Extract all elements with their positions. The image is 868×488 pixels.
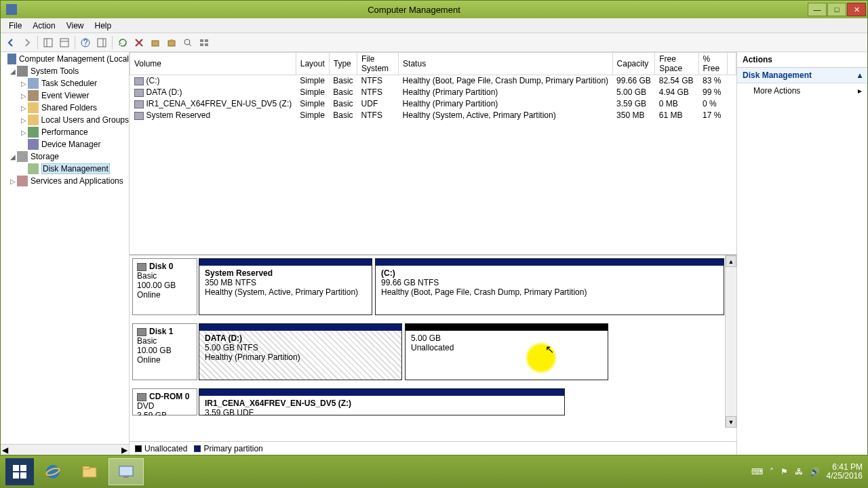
col-fs[interactable]: File System [357, 53, 399, 75]
toolbar: ? [1, 33, 867, 52]
toolbar-icon-4[interactable] [197, 35, 212, 50]
device-icon [28, 139, 39, 150]
svg-rect-14 [200, 43, 203, 46]
col-layout[interactable]: Layout [296, 53, 329, 75]
toolbar-icon-3[interactable] [180, 35, 195, 50]
close-button[interactable]: ✕ [847, 3, 866, 16]
volume-row[interactable]: DATA (D:)SimpleBasicNTFSHealthy (Primary… [130, 87, 736, 98]
start-button[interactable] [5, 458, 34, 485]
col-pfree[interactable]: % Free [698, 53, 727, 75]
volume-row[interactable]: System ReservedSimpleBasicNTFSHealthy (S… [130, 110, 736, 121]
partition-system-reserved[interactable]: System Reserved 350 MB NTFS Healthy (Sys… [199, 258, 372, 315]
menu-help[interactable]: Help [90, 20, 117, 32]
tree-event-viewer[interactable]: Event Viewer [41, 91, 89, 100]
volume-row[interactable]: (C:)SimpleBasicNTFSHealthy (Boot, Page F… [130, 75, 736, 87]
system-tray[interactable]: ⌨ ˄ ⚑ 🖧 🔊 6:41 PM4/25/2016 [751, 463, 863, 481]
svg-rect-2 [60, 39, 68, 47]
svg-rect-19 [20, 472, 26, 479]
refresh-icon[interactable] [115, 35, 130, 50]
computer-icon [7, 54, 16, 64]
diskmap-vscroll[interactable]: ▲▼ [725, 256, 736, 428]
menu-action[interactable]: Action [27, 20, 60, 32]
volume-row[interactable]: IR1_CENA_X64FREV_EN-US_DV5 (Z:)SimpleBas… [130, 98, 736, 110]
expand-icon[interactable]: ▷ [9, 178, 17, 185]
expand-icon[interactable]: ◢ [9, 153, 17, 161]
folder-icon [28, 102, 39, 113]
chevron-right-icon: ▸ [858, 86, 862, 96]
toolbar-icon-2[interactable] [164, 35, 179, 50]
storage-icon [17, 151, 28, 162]
delete-icon[interactable] [132, 35, 146, 50]
expand-icon[interactable]: ▷ [20, 117, 28, 124]
tray-flag-icon[interactable]: ⚑ [781, 467, 788, 476]
partition-c[interactable]: (C:) 99.66 GB NTFS Healthy (Boot, Page F… [375, 258, 724, 315]
window-title: Computer Management [21, 5, 807, 15]
tree-local-users[interactable]: Local Users and Groups [41, 115, 129, 125]
svg-rect-8 [152, 41, 159, 46]
disk-header[interactable]: CD-ROM 0 DVD 3.59 GB [132, 388, 197, 415]
help-button[interactable]: ? [78, 35, 93, 50]
disk-header[interactable]: Disk 1 Basic 10.00 GB Online [132, 323, 197, 380]
col-capacity[interactable]: Capacity [612, 53, 655, 75]
disk-icon [28, 163, 39, 174]
menu-view[interactable]: View [61, 20, 90, 32]
tree-storage[interactable]: Storage [31, 152, 59, 161]
minimize-button[interactable]: — [808, 3, 827, 16]
menu-file[interactable]: File [3, 20, 27, 32]
maximize-button[interactable]: □ [827, 3, 846, 16]
properties-button[interactable] [57, 35, 72, 50]
tree-hscroll[interactable]: ◀▶ [1, 444, 129, 455]
taskbar-explorer[interactable] [72, 458, 107, 485]
partition-data-d[interactable]: DATA (D:) 5.00 GB NTFS Healthy (Primary … [199, 323, 402, 380]
event-icon [28, 90, 39, 101]
tree-performance[interactable]: Performance [41, 127, 88, 137]
expand-icon[interactable]: ▷ [20, 92, 28, 100]
svg-line-11 [189, 44, 191, 46]
actions-pane: Actions Disk Management▴ More Actions▸ [737, 52, 867, 455]
cdrom-icon [137, 393, 146, 401]
col-free[interactable]: Free Space [655, 53, 698, 75]
performance-icon [28, 127, 39, 138]
forward-button[interactable] [20, 35, 35, 50]
legend-unallocated-swatch [135, 445, 142, 452]
tray-volume-icon[interactable]: 🔊 [810, 467, 820, 476]
expand-icon[interactable]: ▷ [20, 80, 28, 87]
taskbar-ie[interactable] [35, 458, 71, 485]
volume-list[interactable]: Volume Layout Type File System Status Ca… [130, 52, 736, 256]
back-button[interactable] [3, 35, 18, 50]
taskbar[interactable]: ⌨ ˄ ⚑ 🖧 🔊 6:41 PM4/25/2016 [0, 455, 868, 488]
show-hide-tree-button[interactable] [41, 35, 56, 50]
tree-task-scheduler[interactable]: Task Scheduler [41, 79, 97, 88]
col-volume[interactable]: Volume [130, 53, 296, 75]
tray-network-icon[interactable]: 🖧 [795, 467, 803, 476]
more-actions[interactable]: More Actions▸ [737, 83, 867, 98]
expand-icon[interactable]: ▷ [20, 129, 28, 136]
tree-device-manager[interactable]: Device Manager [41, 140, 100, 149]
svg-rect-6 [98, 39, 106, 47]
expand-icon[interactable]: ▷ [20, 104, 28, 112]
tray-keyboard-icon[interactable]: ⌨ [751, 467, 763, 476]
taskbar-compmgmt[interactable] [108, 458, 144, 485]
tray-clock[interactable]: 6:41 PM4/25/2016 [827, 463, 863, 481]
col-status[interactable]: Status [399, 53, 612, 75]
navigation-tree[interactable]: Computer Management (Local ◢System Tools… [1, 52, 130, 455]
partition-cdrom[interactable]: IR1_CENA_X64FREV_EN-US_DV5 (Z:) 3.59 GB … [199, 388, 565, 415]
titlebar[interactable]: Computer Management — □ ✕ [1, 1, 867, 18]
tray-chevron-up-icon[interactable]: ˄ [770, 467, 774, 476]
users-icon [28, 115, 39, 125]
tree-shared-folders[interactable]: Shared Folders [41, 103, 97, 113]
svg-rect-15 [205, 43, 208, 46]
tree-root[interactable]: Computer Management (Local [19, 54, 129, 64]
col-type[interactable]: Type [329, 53, 357, 75]
partition-unallocated[interactable]: 5.00 GB Unallocated [405, 323, 608, 380]
actions-section[interactable]: Disk Management▴ [737, 68, 867, 83]
toolbar-icon-1[interactable] [148, 35, 163, 50]
action-pane-button[interactable] [94, 35, 109, 50]
tree-services[interactable]: Services and Applications [31, 176, 123, 186]
tree-system-tools[interactable]: System Tools [31, 66, 79, 76]
disk-icon [137, 328, 146, 336]
disk-header[interactable]: Disk 0 Basic 100.00 GB Online [132, 258, 197, 315]
expand-icon[interactable]: ◢ [9, 68, 17, 75]
tree-disk-management[interactable]: Disk Management [41, 163, 110, 174]
svg-rect-17 [20, 465, 26, 471]
